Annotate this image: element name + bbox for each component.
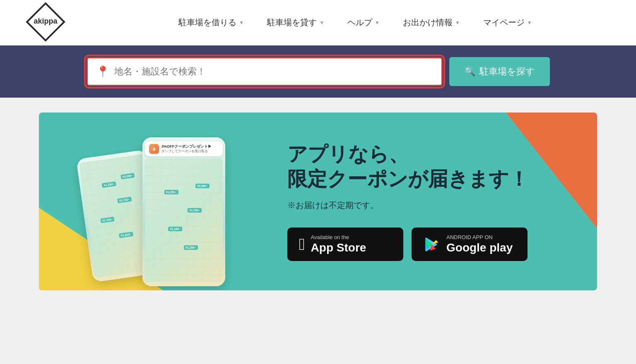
header: akippa 駐車場を借りる ▼ 駐車場を貸す ▼ ヘルプ ▼ お出かけ情報 ▼…: [0, 0, 636, 46]
search-button-label: 駐車場を探す: [479, 65, 535, 78]
app-icon: a: [149, 144, 159, 154]
appstore-text: Available on the App Store: [311, 234, 366, 254]
nav-item-mypage[interactable]: マイページ ▼: [472, 17, 544, 28]
logo-text: akippa: [34, 17, 58, 25]
headline-line2: 限定クーポンが届きます！: [287, 168, 529, 190]
banner-section: ¥1,250~ ¥1,750~ ¥1,160~ ¥3,080~ ¥1,250~ …: [0, 98, 636, 305]
search-icon: 🔍: [464, 66, 475, 77]
search-input[interactable]: [114, 66, 433, 77]
notif-title: 3%OFFクーポンプレゼント▶: [161, 144, 212, 149]
app-notification: a 3%OFFクーポンプレゼント▶ タップしてクーポンを受け取る: [145, 141, 223, 156]
search-wrapper: 📍: [87, 57, 443, 86]
appstore-large-label: App Store: [311, 241, 366, 255]
search-section: 📍 🔍 駐車場を探す: [0, 46, 636, 98]
chevron-down-icon: ▼: [375, 20, 380, 26]
nav-label-outing: お出かけ情報: [403, 17, 453, 28]
notif-body: タップしてクーポンを受け取る: [161, 149, 212, 153]
banner: ¥1,250~ ¥1,750~ ¥1,160~ ¥3,080~ ¥1,250~ …: [39, 113, 597, 290]
banner-phones: ¥1,250~ ¥1,750~ ¥1,160~ ¥3,080~ ¥1,250~ …: [39, 113, 271, 290]
chevron-down-icon: ▼: [527, 20, 532, 26]
googleplay-button[interactable]: ANDROID APP ON Google play: [412, 228, 528, 261]
phone-front: a 3%OFFクーポンプレゼント▶ タップしてクーポンを受け取る ¥1,250~…: [142, 137, 225, 286]
search-button[interactable]: 🔍 駐車場を探す: [449, 57, 550, 86]
store-buttons:  Available on the App Store: [287, 228, 572, 261]
appstore-small-label: Available on the: [311, 234, 366, 241]
banner-subtitle: ※お届けは不定期です。: [287, 200, 572, 211]
logo[interactable]: akippa: [25, 1, 66, 44]
chevron-down-icon: ▼: [239, 20, 244, 26]
map-display-front: ¥1,250~ ¥1,750~ ¥1,160~ ¥3,080~ ¥1,250~: [145, 159, 223, 282]
chevron-down-icon: ▼: [455, 20, 460, 26]
main-nav: 駐車場を借りる ▼ 駐車場を貸す ▼ ヘルプ ▼ お出かけ情報 ▼ マイページ …: [99, 17, 611, 28]
nav-item-borrow[interactable]: 駐車場を借りる ▼: [167, 17, 255, 28]
headline-line1: アプリなら、: [287, 143, 409, 165]
location-pin-icon: 📍: [96, 65, 109, 78]
nav-label-borrow: 駐車場を借りる: [178, 17, 236, 28]
googleplay-large-label: Google play: [446, 241, 513, 255]
chevron-down-icon: ▼: [319, 20, 324, 26]
nav-item-lend[interactable]: 駐車場を貸す ▼: [255, 17, 336, 28]
apple-icon: : [299, 235, 305, 254]
nav-label-lend: 駐車場を貸す: [267, 17, 317, 28]
nav-label-mypage: マイページ: [483, 17, 525, 28]
nav-label-help: ヘルプ: [347, 17, 372, 28]
google-play-icon: [423, 236, 441, 253]
banner-content: アプリなら、 限定クーポンが届きます！ ※お届けは不定期です。  Availa…: [271, 113, 597, 290]
nav-item-help[interactable]: ヘルプ ▼: [336, 17, 391, 28]
banner-headline: アプリなら、 限定クーポンが届きます！: [287, 142, 572, 192]
nav-item-outing[interactable]: お出かけ情報 ▼: [391, 17, 472, 28]
googleplay-small-label: ANDROID APP ON: [446, 234, 513, 241]
googleplay-text: ANDROID APP ON Google play: [446, 234, 513, 254]
appstore-button[interactable]:  Available on the App Store: [287, 228, 403, 261]
